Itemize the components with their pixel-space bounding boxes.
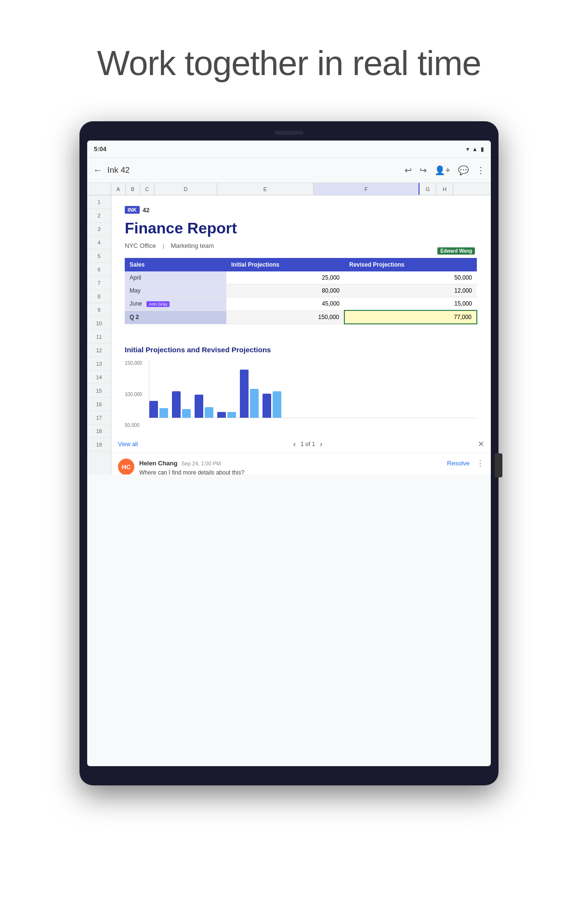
wifi-icon: ▾	[466, 146, 469, 153]
chart-y-labels: 150,000 100,000 50,000	[125, 360, 146, 428]
col-header-c: C	[140, 183, 155, 195]
table-row: June Ann Gray 45,000 15,000	[125, 297, 477, 311]
comment-meta-helen: Helen Chang Sep 24, 1:00 PM Resolve ⋮	[139, 459, 484, 468]
col-revised-header: Edward Wang Revised Projections	[344, 258, 477, 271]
june-initial-cell: 45,000	[226, 297, 344, 311]
col-header-d: D	[155, 183, 217, 195]
bar-initial-6	[263, 394, 271, 418]
y-label-150k: 150,000	[125, 360, 146, 366]
bar-revised-5	[250, 389, 259, 418]
row-num-19: 19	[87, 438, 111, 451]
tablet-screen: 5:04 ▾ ▲ ▮ ← Ink 42 ↩ ↪ 👤+ 💬 ⋮	[87, 141, 491, 766]
comment-actions-helen: Resolve ⋮	[447, 459, 484, 468]
add-collaborator-button[interactable]: 👤+	[434, 165, 450, 176]
finance-report-title: Finance Report	[125, 219, 477, 237]
april-initial-cell: 25,000	[226, 271, 344, 284]
col-header-g: G	[420, 183, 436, 195]
spreadsheet-body: 1 2 3 4 5 6 7 8 9 10 11 12 13 14 15 16 1	[87, 195, 491, 475]
bar-group-1	[149, 401, 168, 418]
commenter-name-helen: Helen Chang	[139, 460, 177, 467]
chart-section: Initial Projections and Revised Projecti…	[111, 346, 491, 436]
bar-group-3	[195, 395, 213, 418]
bar-revised-1	[159, 408, 168, 418]
marketing-team-label: Marketing team	[171, 242, 214, 249]
ann-gray-badge: Ann Gray	[146, 301, 170, 307]
bar-group-4	[217, 412, 236, 418]
comment-thread: HC Helen Chang Sep 24, 1:00 PM Resolve ⋮	[111, 453, 491, 475]
row-num-6: 6	[87, 263, 111, 276]
subtitle-divider: |	[162, 242, 164, 249]
row-num-18: 18	[87, 424, 111, 438]
row-num-spacer	[87, 183, 111, 195]
may-month-cell: May	[125, 284, 226, 297]
page-tagline: Work together in real time	[0, 0, 578, 83]
redo-button[interactable]: ↪	[420, 165, 427, 176]
row-num-5: 5	[87, 249, 111, 263]
row-num-16: 16	[87, 398, 111, 411]
battery-icon: ▮	[481, 146, 484, 153]
col-header-a: A	[111, 183, 126, 195]
may-initial-cell: 80,000	[226, 284, 344, 297]
q2-month-cell: Q 2	[125, 310, 226, 324]
june-revised-cell: 15,000	[344, 297, 477, 311]
col-header-f: F	[314, 183, 420, 195]
document-content: INK 42 Finance Report NYC Office | Marke…	[111, 195, 491, 346]
bar-initial-3	[195, 395, 203, 418]
col-header-h: H	[436, 183, 453, 195]
bar-initial-2	[172, 391, 181, 418]
toolbar-actions: ↩ ↪ 👤+ 💬 ⋮	[405, 165, 485, 176]
may-revised-cell: 12,000	[344, 284, 477, 297]
bar-revised-6	[273, 391, 281, 418]
status-time: 5:04	[94, 145, 106, 153]
q2-revised-cell: 77,000	[344, 310, 477, 324]
next-comment-button[interactable]: ›	[320, 440, 322, 449]
row-num-11: 11	[87, 330, 111, 344]
chart-bars-area	[149, 360, 477, 418]
bar-revised-3	[205, 407, 213, 418]
bar-revised-4	[227, 412, 236, 418]
side-button	[495, 453, 502, 477]
col-sales-header: Sales	[125, 258, 226, 271]
tablet-wrapper: 5:04 ▾ ▲ ▮ ← Ink 42 ↩ ↪ 👤+ 💬 ⋮	[0, 121, 578, 785]
resolve-button[interactable]: Resolve	[447, 460, 470, 467]
undo-button[interactable]: ↩	[405, 165, 412, 176]
status-icons: ▾ ▲ ▮	[466, 146, 484, 153]
comment-pagination: ‹ 1 of 1 ›	[293, 440, 323, 449]
status-bar: 5:04 ▾ ▲ ▮	[87, 141, 491, 158]
bar-group-5	[240, 370, 259, 418]
comment-nav: View all ‹ 1 of 1 › ✕	[111, 436, 491, 453]
tablet-device: 5:04 ▾ ▲ ▮ ← Ink 42 ↩ ↪ 👤+ 💬 ⋮	[79, 121, 499, 785]
row-num-7: 7	[87, 276, 111, 290]
finance-table: Sales Initial Projections Edward Wang Re…	[125, 258, 477, 324]
comment-body-helen: Helen Chang Sep 24, 1:00 PM Resolve ⋮ Wh…	[139, 459, 484, 475]
col-header-e: E	[217, 183, 314, 195]
bar-initial-1	[149, 401, 158, 418]
comment-button[interactable]: 💬	[458, 165, 469, 176]
y-label-100k: 100,000	[125, 392, 146, 397]
close-comment-button[interactable]: ✕	[478, 439, 484, 449]
prev-comment-button[interactable]: ‹	[293, 440, 296, 449]
row-num-12: 12	[87, 344, 111, 357]
pagination-label: 1 of 1	[301, 441, 315, 448]
row-num-13: 13	[87, 357, 111, 371]
column-headers: A B C D E F G H	[87, 183, 491, 195]
row-num-4: 4	[87, 236, 111, 249]
signal-icon: ▲	[472, 146, 478, 153]
bar-initial-4	[217, 412, 226, 418]
april-revised-cell: 50,000	[344, 271, 477, 284]
brand-number: 42	[143, 206, 149, 214]
row-num-8: 8	[87, 290, 111, 303]
row-num-17: 17	[87, 411, 111, 424]
view-all-button[interactable]: View all	[118, 441, 138, 448]
back-button[interactable]: ←	[93, 165, 103, 176]
comment-text-helen: Where can I find more details about this…	[139, 469, 484, 475]
avatar-helen: HC	[118, 459, 134, 475]
edward-wang-cursor: Edward Wang	[437, 247, 475, 255]
row-num-14: 14	[87, 371, 111, 384]
col-initial-header: Initial Projections	[226, 258, 344, 271]
more-options-button[interactable]: ⋮	[476, 165, 485, 176]
june-month-cell: June Ann Gray	[125, 297, 226, 311]
table-row: May 80,000 12,000	[125, 284, 477, 297]
app-toolbar: ← Ink 42 ↩ ↪ 👤+ 💬 ⋮	[87, 158, 491, 183]
more-comment-options[interactable]: ⋮	[476, 459, 484, 468]
